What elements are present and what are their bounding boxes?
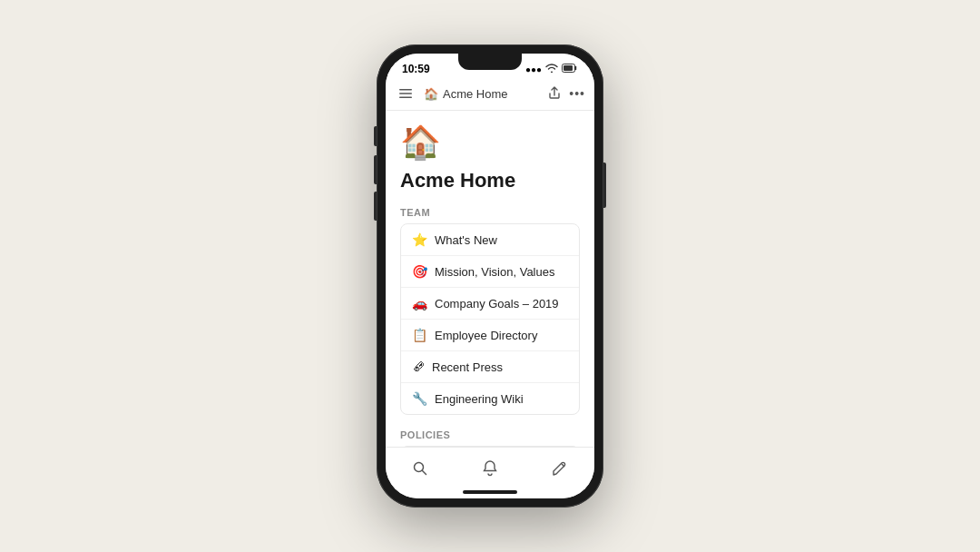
nav-title: Acme Home bbox=[443, 87, 508, 101]
list-item[interactable]: 🗞 Recent Press bbox=[401, 351, 579, 383]
item-emoji: ⭐ bbox=[412, 232, 427, 247]
item-emoji: 🗞 bbox=[412, 360, 425, 374]
phone-notch bbox=[458, 54, 522, 70]
page-content: 🏠 Acme Home Team ⭐ What's New 🎯 Mission,… bbox=[386, 111, 594, 447]
notifications-tab[interactable] bbox=[474, 455, 506, 482]
item-emoji: 🚗 bbox=[412, 296, 427, 310]
menu-icon[interactable] bbox=[395, 83, 416, 104]
more-icon[interactable]: ••• bbox=[569, 86, 585, 101]
item-emoji: 📋 bbox=[412, 328, 427, 342]
compose-tab[interactable] bbox=[544, 455, 576, 482]
navigation-bar: 🏠 Acme Home ••• bbox=[386, 79, 594, 111]
volume-up-button bbox=[374, 155, 377, 184]
phone-frame: 10:59 ●●● bbox=[377, 44, 603, 508]
section-team-heading: Team bbox=[400, 207, 580, 218]
nav-emoji: 🏠 bbox=[424, 87, 438, 101]
nav-title-area: 🏠 Acme Home bbox=[424, 87, 542, 101]
status-icons: ●●● bbox=[525, 64, 578, 74]
share-icon[interactable] bbox=[549, 86, 560, 102]
svg-rect-4 bbox=[399, 97, 412, 99]
list-item[interactable]: 📋 Employee Directory bbox=[401, 320, 579, 351]
list-item[interactable]: 🔧 Engineering Wiki bbox=[401, 383, 579, 414]
svg-rect-1 bbox=[564, 65, 573, 71]
power-button bbox=[603, 163, 606, 208]
signal-icon: ●●● bbox=[525, 64, 542, 74]
section-policies-heading: Policies bbox=[400, 429, 580, 440]
status-time: 10:59 bbox=[402, 63, 430, 75]
list-item[interactable]: 🎯 Mission, Vision, Values bbox=[401, 256, 579, 288]
wifi-icon bbox=[545, 64, 558, 74]
svg-rect-2 bbox=[399, 89, 412, 91]
volume-down-button bbox=[374, 192, 377, 221]
svg-rect-3 bbox=[399, 93, 412, 94]
item-emoji: 🎯 bbox=[412, 264, 427, 279]
list-item[interactable]: ⭐ What's New bbox=[401, 224, 579, 256]
tab-bar bbox=[386, 447, 594, 486]
item-label: Company Goals – 2019 bbox=[435, 297, 559, 310]
phone-screen: 10:59 ●●● bbox=[386, 54, 594, 498]
home-indicator bbox=[386, 486, 594, 498]
nav-right-icons: ••• bbox=[549, 86, 585, 102]
item-emoji: 🔧 bbox=[412, 391, 427, 406]
page-emoji: 🏠 bbox=[400, 123, 580, 162]
search-tab[interactable] bbox=[404, 455, 436, 482]
list-item[interactable]: 🚗 Company Goals – 2019 bbox=[401, 288, 579, 320]
item-label: Engineering Wiki bbox=[435, 392, 524, 406]
team-list: ⭐ What's New 🎯 Mission, Vision, Values 🚗… bbox=[400, 223, 580, 415]
item-label: Employee Directory bbox=[435, 329, 537, 342]
item-label: What's New bbox=[435, 233, 497, 247]
battery-icon bbox=[562, 64, 578, 74]
item-label: Mission, Vision, Values bbox=[435, 265, 554, 279]
page-title: Acme Home bbox=[400, 169, 580, 192]
item-label: Recent Press bbox=[432, 360, 503, 374]
home-indicator-bar bbox=[463, 490, 517, 494]
volume-mute-button bbox=[374, 126, 377, 146]
